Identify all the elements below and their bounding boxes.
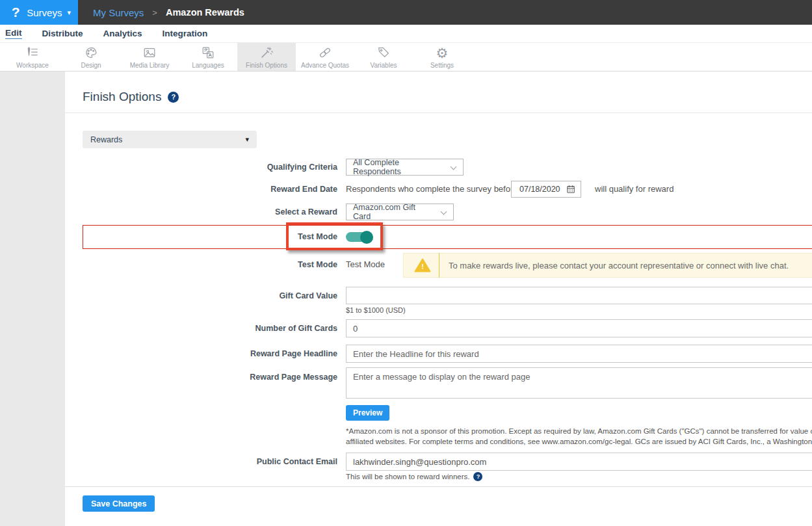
tab-integration[interactable]: Integration [163, 29, 208, 38]
palette-icon [84, 46, 98, 60]
warning-divider [439, 253, 439, 278]
chain-links-icon [318, 46, 332, 60]
caret-down-icon: ▾ [245, 135, 249, 144]
disclaimer-line-1: *Amazon.com is not a sponsor of this pro… [346, 426, 812, 436]
public-contact-email-label: Public Contact Email [65, 453, 337, 470]
tab-edit[interactable]: Edit [5, 28, 22, 39]
svg-text:!: ! [421, 263, 424, 270]
test-mode-toggle-label: Test Mode [65, 228, 337, 245]
tag-icon [376, 46, 391, 60]
help-icon[interactable]: ? [473, 472, 482, 481]
toolbar-label: Variables [371, 62, 397, 69]
amazon-disclaimer-text: *Amazon.com is not a sponsor of this pro… [346, 426, 812, 447]
reward-end-date-input[interactable]: 07/18/2020 [511, 181, 581, 198]
reward-end-date-label: Reward End Date [65, 181, 337, 198]
qualifying-criteria-select[interactable]: All Complete Respondents [346, 159, 464, 176]
toolbar-item-advance-quotas[interactable]: Advance Quotas [296, 43, 354, 71]
gift-card-value-label: Gift Card Value [65, 287, 337, 304]
finish-section-dropdown[interactable]: Rewards ▾ [83, 131, 257, 148]
chevron-down-icon [441, 209, 447, 215]
chevron-down-icon: ▾ [67, 8, 71, 17]
toolbar-item-finish-options[interactable]: Finish Options [237, 43, 296, 71]
gear-icon: ⚙ [436, 46, 449, 60]
main-nav-tabs: Edit Distribute Analytics Integration [0, 25, 812, 43]
reward-end-date-prefix: Respondents who complete the survey befo… [346, 181, 518, 198]
toolbar-item-media-library[interactable]: Media Library [120, 43, 179, 71]
qualifying-criteria-label: Qualifying Criteria [65, 159, 337, 176]
toolbar-label: Languages [192, 62, 224, 69]
toolbar-item-workspace[interactable]: Workspace [3, 43, 62, 71]
reward-end-date-suffix: will qualify for reward [595, 181, 674, 198]
reward-page-headline-label: Reward Page Headline [65, 345, 337, 362]
breadcrumb: My Surveys > Amazon Rewards [93, 0, 244, 25]
gift-card-value-input[interactable] [346, 287, 812, 304]
surveys-app-menu[interactable]: ? Surveys ▾ [0, 0, 78, 25]
reward-page-message-textarea[interactable] [346, 367, 812, 399]
topbar: ? Surveys ▾ My Surveys > Amazon Rewards [0, 0, 812, 25]
footer-divider [65, 486, 812, 487]
test-mode-status-value: Test Mode [346, 256, 385, 273]
surveys-menu-label: Surveys [27, 7, 62, 18]
tab-distribute[interactable]: Distribute [42, 29, 83, 38]
preview-button[interactable]: Preview [346, 405, 389, 421]
toolbar-label: Settings [430, 62, 454, 69]
select-a-reward-value: Amazon.com Gift Card [353, 203, 435, 221]
number-of-gift-cards-input[interactable] [346, 319, 812, 337]
toggle-knob [360, 231, 373, 244]
app-window: ? Surveys ▾ My Surveys > Amazon Rewards … [0, 0, 812, 526]
reward-end-date-value: 07/18/2020 [519, 185, 560, 194]
magic-wand-icon [259, 46, 274, 60]
workspace-icon [25, 46, 40, 60]
public-contact-email-helper: This will be shown to reward winners. ? [346, 472, 482, 481]
page-title: Finish Options ? [83, 90, 179, 104]
title-divider [65, 112, 812, 113]
toolbar-label: Workspace [16, 62, 49, 69]
qualifying-criteria-value: All Complete Respondents [353, 158, 445, 176]
test-mode-toggle-switch[interactable] [346, 231, 373, 243]
toolbar-label: Design [81, 62, 101, 69]
disclaimer-line-2: affiliated websites. For complete terms … [346, 436, 812, 447]
test-mode-status-label: Test Mode [65, 256, 337, 273]
breadcrumb-current-survey: Amazon Rewards [166, 7, 244, 18]
test-mode-warning-banner: ! To make rewards live, please contact y… [403, 253, 812, 278]
select-a-reward-label: Select a Reward [65, 204, 337, 220]
email-helper-text: This will be shown to reward winners. [346, 473, 469, 480]
reward-page-headline-input[interactable] [346, 345, 812, 363]
warning-triangle-icon: ! [414, 257, 431, 273]
questionpro-logo-icon: ? [12, 5, 20, 20]
page-title-text: Finish Options [83, 90, 161, 104]
breadcrumb-my-surveys[interactable]: My Surveys [93, 7, 144, 18]
toolbar-label: Finish Options [246, 62, 287, 69]
toolbar-item-variables[interactable]: Variables [354, 43, 413, 71]
toolbar-item-settings[interactable]: ⚙ Settings [413, 43, 471, 71]
save-changes-button[interactable]: Save Changes [83, 495, 155, 512]
select-a-reward-select[interactable]: Amazon.com Gift Card [346, 204, 454, 220]
toolbar-label: Advance Quotas [301, 62, 349, 69]
public-contact-email-input[interactable] [346, 453, 812, 471]
toolbar-item-languages[interactable]: Languages [179, 43, 237, 71]
finish-options-panel: Finish Options ? Rewards ▾ Qualifying Cr… [65, 72, 812, 526]
tab-analytics[interactable]: Analytics [103, 29, 142, 38]
number-of-gift-cards-label: Number of Gift Cards [65, 320, 337, 337]
breadcrumb-separator: > [152, 8, 157, 18]
help-icon[interactable]: ? [168, 92, 179, 103]
warning-text: To make rewards live, please contact you… [449, 261, 789, 270]
toolbar-label: Media Library [130, 62, 170, 69]
gift-card-value-helper: $1 to $1000 (USD) [346, 306, 406, 314]
calendar-icon [566, 185, 575, 194]
chevron-down-icon [451, 164, 457, 170]
translate-icon [201, 46, 215, 60]
edit-toolbar: Workspace Design Media Library Languages… [0, 43, 812, 72]
section-dropdown-value: Rewards [90, 135, 122, 144]
image-icon [142, 46, 157, 60]
toolbar-item-design[interactable]: Design [62, 43, 120, 71]
reward-page-message-label: Reward Page Message [65, 369, 337, 386]
